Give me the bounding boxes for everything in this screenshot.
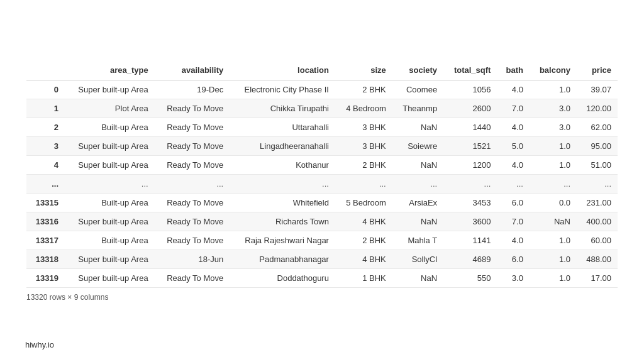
- cell-availability: Ready To Move: [155, 212, 230, 231]
- cell-price: 400.00: [577, 212, 618, 231]
- cell-location: Richards Town: [230, 212, 335, 231]
- main-container: area_type availability location size soc…: [26, 48, 618, 314]
- cell-availability: Ready To Move: [155, 137, 230, 156]
- cell-society: Theanmp: [392, 99, 443, 118]
- table-row: 13317Built-up AreaReady To MoveRaja Raje…: [26, 231, 618, 250]
- cell-balcony: 1.0: [530, 156, 577, 175]
- cell-availability: Ready To Move: [155, 231, 230, 250]
- cell-bath: 4.0: [497, 118, 530, 137]
- table-header-row: area_type availability location size soc…: [26, 60, 618, 80]
- table-row: 1Plot AreaReady To MoveChikka Tirupathi4…: [26, 99, 618, 118]
- cell-area_type: Built-up Area: [65, 118, 155, 137]
- footer-brand: hiwhy.io: [25, 340, 54, 349]
- table-row: 13316Super built-up AreaReady To MoveRic…: [26, 212, 618, 231]
- cell-size: ...: [335, 175, 392, 194]
- cell-size: 4 BHK: [335, 212, 392, 231]
- cell-area_type: Super built-up Area: [65, 212, 155, 231]
- col-header-total-sqft: total_sqft: [443, 60, 497, 80]
- cell-price: 488.00: [577, 250, 618, 269]
- table-row: 13319Super built-up AreaReady To MoveDod…: [26, 269, 618, 288]
- cell-balcony: 1.0: [530, 269, 577, 288]
- cell-size: 4 BHK: [335, 250, 392, 269]
- cell-size: 4 Bedroom: [335, 99, 392, 118]
- cell-area_type: Super built-up Area: [65, 80, 155, 99]
- cell-location: Whitefield: [230, 194, 335, 212]
- cell-price: 231.00: [577, 194, 618, 212]
- cell-total_sqft: 3453: [443, 194, 497, 212]
- cell-bath: 5.0: [497, 137, 530, 156]
- col-header-price: price: [577, 60, 618, 80]
- cell-index: 13317: [26, 231, 65, 250]
- col-header-index: [26, 60, 65, 80]
- cell-availability: Ready To Move: [155, 156, 230, 175]
- cell-society: Mahla T: [392, 231, 443, 250]
- cell-index: ...: [26, 175, 65, 194]
- table-row: ..............................: [26, 175, 618, 194]
- cell-size: 5 Bedroom: [335, 194, 392, 212]
- cell-availability: 19-Dec: [155, 80, 230, 99]
- col-header-balcony: balcony: [530, 60, 577, 80]
- cell-area_type: Super built-up Area: [65, 156, 155, 175]
- cell-society: Soiewre: [392, 137, 443, 156]
- cell-price: 17.00: [577, 269, 618, 288]
- cell-location: Lingadheeranahalli: [230, 137, 335, 156]
- cell-total_sqft: 1200: [443, 156, 497, 175]
- cell-index: 3: [26, 137, 65, 156]
- cell-index: 13319: [26, 269, 65, 288]
- cell-area_type: Built-up Area: [65, 194, 155, 212]
- table-row: 2Built-up AreaReady To MoveUttarahalli3 …: [26, 118, 618, 137]
- cell-availability: Ready To Move: [155, 99, 230, 118]
- table-row: 4Super built-up AreaReady To MoveKothanu…: [26, 156, 618, 175]
- cell-size: 1 BHK: [335, 269, 392, 288]
- col-header-availability: availability: [155, 60, 230, 80]
- cell-location: Doddathoguru: [230, 269, 335, 288]
- cell-price: 51.00: [577, 156, 618, 175]
- cell-availability: 18-Jun: [155, 250, 230, 269]
- cell-availability: Ready To Move: [155, 118, 230, 137]
- col-header-society: society: [392, 60, 443, 80]
- table-row: 13318Super built-up Area18-JunPadmanabha…: [26, 250, 618, 269]
- cell-society: NaN: [392, 212, 443, 231]
- cell-size: 2 BHK: [335, 156, 392, 175]
- cell-total_sqft: 4689: [443, 250, 497, 269]
- cell-index: 1: [26, 99, 65, 118]
- data-table: area_type availability location size soc…: [26, 60, 618, 288]
- cell-total_sqft: 1440: [443, 118, 497, 137]
- cell-balcony: 3.0: [530, 99, 577, 118]
- cell-area_type: Built-up Area: [65, 231, 155, 250]
- cell-index: 13316: [26, 212, 65, 231]
- cell-availability: ...: [155, 175, 230, 194]
- table-row: 13315Built-up AreaReady To MoveWhitefiel…: [26, 194, 618, 212]
- cell-price: 62.00: [577, 118, 618, 137]
- table-wrapper: area_type availability location size soc…: [26, 60, 618, 302]
- cell-total_sqft: 1521: [443, 137, 497, 156]
- cell-price: 95.00: [577, 137, 618, 156]
- cell-price: 39.07: [577, 80, 618, 99]
- cell-bath: 3.0: [497, 269, 530, 288]
- cell-balcony: 1.0: [530, 231, 577, 250]
- cell-size: 3 BHK: [335, 137, 392, 156]
- col-header-area-type: area_type: [65, 60, 155, 80]
- cell-area_type: Super built-up Area: [65, 137, 155, 156]
- cell-society: Coomee: [392, 80, 443, 99]
- cell-location: Raja Rajeshwari Nagar: [230, 231, 335, 250]
- cell-total_sqft: 1056: [443, 80, 497, 99]
- cell-society: NaN: [392, 118, 443, 137]
- cell-balcony: 1.0: [530, 137, 577, 156]
- cell-society: ArsiaEx: [392, 194, 443, 212]
- cell-availability: Ready To Move: [155, 194, 230, 212]
- cell-total_sqft: 2600: [443, 99, 497, 118]
- cell-index: 0: [26, 80, 65, 99]
- cell-balcony: ...: [530, 175, 577, 194]
- cell-bath: 7.0: [497, 99, 530, 118]
- cell-index: 2: [26, 118, 65, 137]
- cell-balcony: 3.0: [530, 118, 577, 137]
- cell-bath: 6.0: [497, 250, 530, 269]
- cell-balcony: 1.0: [530, 80, 577, 99]
- cell-bath: 4.0: [497, 80, 530, 99]
- cell-price: 120.00: [577, 99, 618, 118]
- cell-price: ...: [577, 175, 618, 194]
- row-count-label: 13320 rows × 9 columns: [26, 293, 618, 302]
- cell-location: ...: [230, 175, 335, 194]
- cell-bath: 7.0: [497, 212, 530, 231]
